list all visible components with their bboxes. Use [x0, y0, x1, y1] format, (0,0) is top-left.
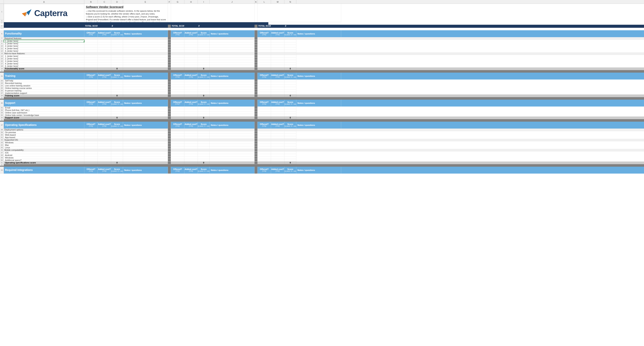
cell[interactable]	[271, 37, 284, 40]
cell[interactable]	[184, 114, 198, 116]
cell[interactable]	[284, 50, 296, 52]
cell[interactable]	[111, 159, 123, 161]
cell[interactable]	[284, 47, 296, 50]
cell[interactable]	[210, 141, 254, 144]
row-header-45[interactable]: 45	[0, 146, 4, 149]
cell[interactable]	[98, 42, 111, 45]
cell[interactable]	[284, 141, 296, 144]
cell[interactable]	[123, 152, 168, 154]
cell[interactable]	[284, 57, 296, 60]
cell[interactable]	[98, 131, 111, 134]
row-header-47[interactable]: 47	[0, 152, 4, 154]
cell[interactable]	[271, 82, 284, 84]
cell[interactable]	[210, 67, 254, 70]
cell[interactable]	[84, 92, 98, 94]
cell[interactable]	[84, 144, 98, 146]
row-label[interactable]: Linux	[4, 146, 84, 149]
row-header-40[interactable]: 40	[0, 134, 4, 136]
row-header-52[interactable]: 52	[0, 164, 4, 166]
col-header-n[interactable]: N	[284, 0, 296, 4]
cell[interactable]	[171, 111, 184, 114]
cell[interactable]	[123, 45, 168, 47]
cell[interactable]	[123, 109, 168, 111]
row-header-13[interactable]: 13	[0, 52, 4, 55]
cell[interactable]	[254, 4, 258, 22]
row-header-30[interactable]: 30	[0, 100, 4, 106]
row-header-37[interactable]: 37	[0, 122, 4, 129]
cell[interactable]	[98, 94, 111, 97]
cell[interactable]	[184, 106, 198, 109]
row-label[interactable]: Implementation support	[4, 92, 84, 94]
row-label[interactable]: 3. [enter here]	[4, 45, 84, 47]
cell[interactable]	[98, 157, 111, 159]
cell[interactable]	[111, 157, 123, 159]
cell[interactable]	[111, 65, 123, 67]
cell[interactable]	[111, 144, 123, 146]
cell[interactable]	[111, 57, 123, 60]
cell[interactable]	[84, 134, 98, 136]
cell[interactable]	[184, 65, 198, 67]
cell[interactable]	[84, 45, 98, 47]
cell[interactable]	[258, 37, 271, 40]
cell[interactable]	[284, 37, 296, 40]
cell[interactable]	[111, 55, 123, 57]
cell[interactable]	[284, 62, 296, 65]
cell[interactable]	[111, 79, 123, 82]
cell[interactable]	[258, 129, 271, 131]
row-label[interactable]: iOS	[4, 152, 84, 154]
cell[interactable]	[271, 84, 284, 87]
cell[interactable]	[210, 42, 254, 45]
row-label[interactable]: Windows	[4, 157, 84, 159]
row-label[interactable]: Phone (toll-free, 24/7 etc.)	[4, 109, 84, 111]
cell[interactable]	[171, 65, 184, 67]
row-header-50[interactable]: 50	[0, 159, 4, 161]
cell[interactable]	[271, 146, 284, 149]
col-header-l[interactable]: L	[258, 0, 271, 4]
cell[interactable]	[98, 111, 111, 114]
cell[interactable]	[210, 47, 254, 50]
cell[interactable]	[184, 139, 198, 141]
cell[interactable]	[258, 152, 271, 154]
cell[interactable]	[210, 45, 254, 47]
row-label[interactable]: On-premise	[4, 131, 84, 134]
cell[interactable]	[210, 50, 254, 52]
cell[interactable]	[258, 114, 271, 116]
cell[interactable]	[123, 40, 168, 42]
cell[interactable]	[171, 141, 184, 144]
cell[interactable]	[258, 47, 271, 50]
cell[interactable]	[98, 116, 111, 119]
cell[interactable]	[271, 45, 284, 47]
cell[interactable]	[123, 67, 168, 70]
cell[interactable]	[98, 144, 111, 146]
cell[interactable]	[111, 134, 123, 136]
cell[interactable]	[111, 149, 123, 152]
cell[interactable]	[284, 65, 296, 67]
cell[interactable]	[84, 50, 98, 52]
cell[interactable]	[171, 60, 184, 62]
cell[interactable]	[171, 52, 184, 55]
cell[interactable]	[210, 65, 254, 67]
cell[interactable]	[258, 144, 271, 146]
cell[interactable]	[210, 116, 254, 119]
cell[interactable]	[198, 129, 210, 131]
cell[interactable]	[98, 89, 111, 92]
cell[interactable]	[271, 40, 284, 42]
cell[interactable]	[210, 79, 254, 82]
cell[interactable]	[184, 109, 198, 111]
cell[interactable]	[123, 129, 168, 131]
cell[interactable]	[184, 67, 198, 70]
row-header-32[interactable]: 32	[0, 109, 4, 111]
cell[interactable]	[111, 131, 123, 134]
cell[interactable]	[111, 62, 123, 65]
cell[interactable]	[111, 154, 123, 157]
cell[interactable]	[271, 47, 284, 50]
col-header-g[interactable]: G	[171, 0, 184, 4]
cell[interactable]	[111, 111, 123, 114]
cell[interactable]	[284, 52, 296, 55]
row-header-38[interactable]: 38	[0, 129, 4, 131]
cell[interactable]	[284, 79, 296, 82]
col-header-j[interactable]: J	[210, 0, 254, 4]
row-header-43[interactable]: 43	[0, 141, 4, 144]
cell[interactable]	[284, 129, 296, 131]
cell[interactable]	[284, 139, 296, 141]
